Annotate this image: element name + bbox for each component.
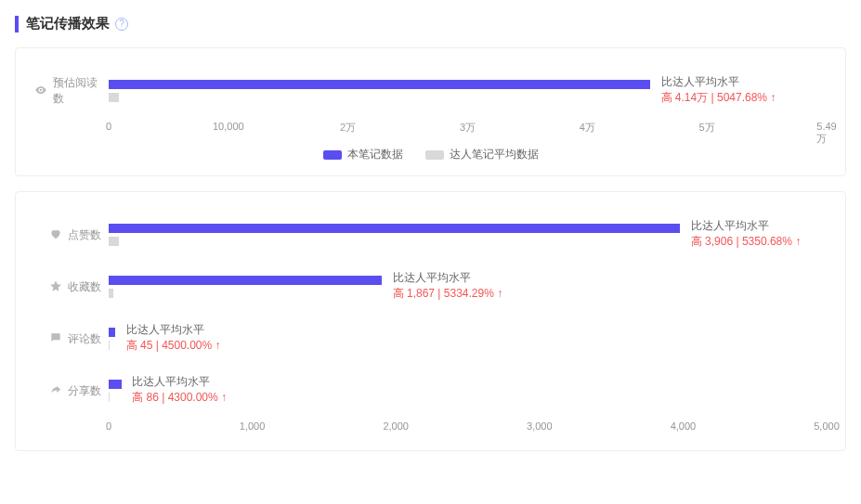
bar-annotation: 比达人平均水平高 45 | 4500.00% ↑ xyxy=(126,322,221,354)
row-label-text: 预估阅读数 xyxy=(53,75,101,107)
row-label: 收藏数 xyxy=(34,279,109,295)
axis-tick: 4万 xyxy=(580,121,595,135)
axis-tick: 3万 xyxy=(460,121,476,135)
annotation-value: 高 1,867 | 5334.29% ↑ xyxy=(393,286,503,302)
legend-avg: 达人笔记平均数据 xyxy=(425,147,539,162)
chart2-axis: 01,0002,0003,0004,0005,000 xyxy=(34,420,827,437)
legend-label-avg: 达人笔记平均数据 xyxy=(450,147,539,162)
bar-avg xyxy=(109,289,113,298)
axis-tick: 5万 xyxy=(699,121,715,135)
row-label-text: 收藏数 xyxy=(68,279,101,295)
row-label-text: 评论数 xyxy=(68,331,101,347)
axis-tick: 10,000 xyxy=(213,121,244,132)
axis-tick: 0 xyxy=(106,121,111,132)
row-label: 分享数 xyxy=(34,383,109,399)
annotation-title: 比达人平均水平 xyxy=(393,270,503,286)
bar-avg xyxy=(109,237,119,246)
eye-icon xyxy=(34,84,47,99)
legend-primary: 本笔记数据 xyxy=(323,147,403,162)
comment-icon xyxy=(49,331,62,347)
bar-primary xyxy=(109,276,382,285)
heart-icon xyxy=(49,227,62,243)
bar-primary xyxy=(109,80,650,89)
row-label: 点赞数 xyxy=(34,227,109,243)
section-title: 笔记传播效果 xyxy=(26,15,110,32)
row-label-text: 点赞数 xyxy=(68,227,101,243)
chart-legend: 本笔记数据 达人笔记平均数据 xyxy=(34,147,827,162)
row-label: 预估阅读数 xyxy=(34,75,109,107)
share-icon xyxy=(49,383,62,399)
card-reads: 预估阅读数比达人平均水平高 4.14万 | 5047.68% ↑ 010,000… xyxy=(15,47,846,176)
axis-tick: 3,000 xyxy=(527,420,553,432)
annotation-title: 比达人平均水平 xyxy=(132,374,227,390)
bar-primary xyxy=(109,328,115,337)
chart-row: 点赞数比达人平均水平高 3,906 | 5350.68% ↑ xyxy=(34,209,827,261)
axis-tick: 5.49万 xyxy=(816,121,836,146)
annotation-value: 高 45 | 4500.00% ↑ xyxy=(126,338,221,354)
bar-annotation: 比达人平均水平高 4.14万 | 5047.68% ↑ xyxy=(661,74,776,106)
chart-row: 收藏数比达人平均水平高 1,867 | 5334.29% ↑ xyxy=(34,261,827,313)
chart-row: 评论数比达人平均水平高 45 | 4500.00% ↑ xyxy=(34,313,827,365)
axis-tick: 0 xyxy=(106,420,111,432)
annotation-value: 高 4.14万 | 5047.68% ↑ xyxy=(661,90,776,106)
bar-annotation: 比达人平均水平高 1,867 | 5334.29% ↑ xyxy=(393,270,503,302)
bar-cell: 比达人平均水平高 3,906 | 5350.68% ↑ xyxy=(109,216,827,253)
annotation-value: 高 3,906 | 5350.68% ↑ xyxy=(691,234,802,250)
legend-swatch-avg xyxy=(425,150,444,160)
legend-label-primary: 本笔记数据 xyxy=(347,147,403,162)
axis-tick: 1,000 xyxy=(240,420,266,432)
annotation-title: 比达人平均水平 xyxy=(126,322,221,338)
bar-cell: 比达人平均水平高 4.14万 | 5047.68% ↑ xyxy=(109,72,827,110)
row-label: 评论数 xyxy=(34,331,109,347)
bar-primary xyxy=(109,380,122,389)
annotation-title: 比达人平均水平 xyxy=(691,218,802,234)
help-icon[interactable]: ? xyxy=(115,18,128,31)
bar-avg xyxy=(109,93,119,102)
row-label-text: 分享数 xyxy=(68,383,101,399)
bar-primary xyxy=(109,224,680,233)
axis-tick: 4,000 xyxy=(671,420,697,432)
chart-row: 分享数比达人平均水平高 86 | 4300.00% ↑ xyxy=(34,365,827,417)
annotation-value: 高 86 | 4300.00% ↑ xyxy=(132,390,227,406)
section-header: 笔记传播效果 ? xyxy=(15,15,846,32)
section-accent-bar xyxy=(15,16,19,32)
annotation-title: 比达人平均水平 xyxy=(661,74,776,90)
axis-tick: 2万 xyxy=(340,121,356,135)
axis-tick: 5,000 xyxy=(814,420,840,432)
bar-cell: 比达人平均水平高 86 | 4300.00% ↑ xyxy=(109,372,827,409)
chart1-axis: 010,0002万3万4万5万5.49万 xyxy=(34,121,827,137)
bar-annotation: 比达人平均水平高 86 | 4300.00% ↑ xyxy=(132,374,227,406)
bar-cell: 比达人平均水平高 45 | 4500.00% ↑ xyxy=(109,320,827,357)
star-icon xyxy=(49,279,62,295)
bar-cell: 比达人平均水平高 1,867 | 5334.29% ↑ xyxy=(109,268,827,305)
legend-swatch-primary xyxy=(323,150,342,160)
axis-tick: 2,000 xyxy=(383,420,409,432)
card-engagement: 点赞数比达人平均水平高 3,906 | 5350.68% ↑收藏数比达人平均水平… xyxy=(15,191,846,451)
chart-row: 预估阅读数比达人平均水平高 4.14万 | 5047.68% ↑ xyxy=(34,65,827,117)
bar-annotation: 比达人平均水平高 3,906 | 5350.68% ↑ xyxy=(691,218,802,250)
